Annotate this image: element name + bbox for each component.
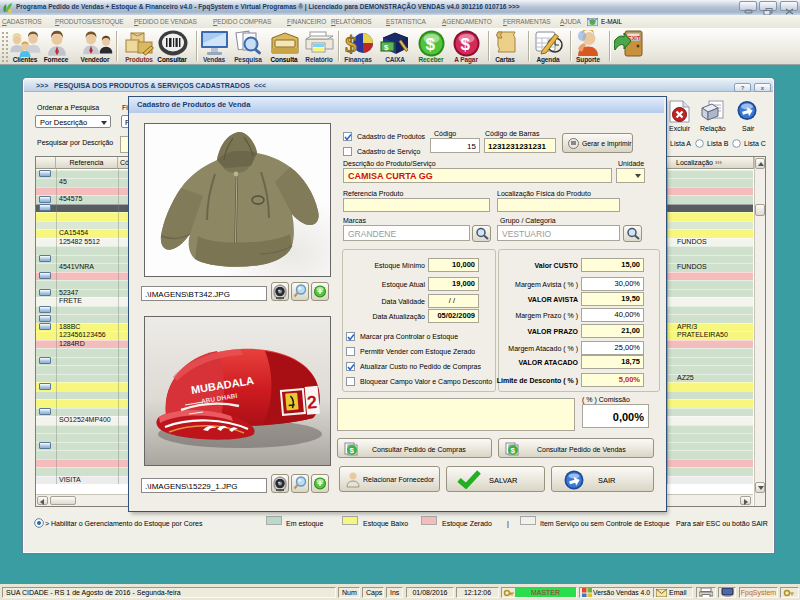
svg-text:$: $ bbox=[384, 43, 389, 52]
svg-text:$: $ bbox=[426, 35, 436, 54]
svg-text:$: $ bbox=[461, 35, 471, 54]
svg-text:$: $ bbox=[345, 31, 357, 57]
svg-text:$: $ bbox=[511, 446, 516, 455]
svg-text:2: 2 bbox=[306, 392, 318, 413]
svg-text:$: $ bbox=[350, 446, 355, 455]
